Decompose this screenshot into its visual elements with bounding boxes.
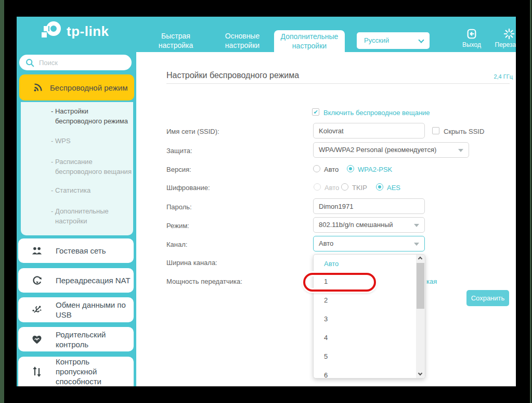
search-input[interactable] <box>39 56 126 69</box>
channel-option-2[interactable]: 2 <box>324 296 328 306</box>
save-button[interactable]: Сохранить <box>466 290 509 306</box>
top-bar: tp-link Быстрая настройка Основные настр… <box>17 17 516 52</box>
sidebar-item-usb-sharing[interactable]: Обмен данными по USB <box>18 297 134 322</box>
search-box[interactable] <box>19 55 132 70</box>
channel-dropdown-list: Авто 1 2 3 4 5 6 <box>313 254 425 379</box>
channel-option-1[interactable]: 1 <box>324 278 328 287</box>
scroll-down-icon[interactable] <box>416 370 425 378</box>
logout-button[interactable]: Выход <box>456 28 488 48</box>
submenu-schedule[interactable]: - Расписание беспроводного вещания <box>51 157 134 177</box>
main-content: Настройки беспроводного режима 2,4 ГГц ✔… <box>136 52 516 386</box>
password-label: Пароль: <box>166 203 304 211</box>
encryption-tkip-label[interactable]: TKIP <box>352 184 367 192</box>
enable-wireless-checkbox[interactable]: ✔ <box>312 108 319 116</box>
band-badge[interactable]: 2,4 ГГц <box>494 73 513 80</box>
logo-text: tp-link <box>67 23 109 40</box>
security-select[interactable]: WPA/WPA2 Personal (рекомендуется) <box>313 142 469 158</box>
usb-icon <box>18 304 56 316</box>
channel-option-3[interactable]: 3 <box>324 315 328 324</box>
logout-icon <box>466 28 477 40</box>
scroll-up-icon[interactable] <box>416 255 425 262</box>
guest-network-icon <box>18 246 56 256</box>
encryption-label: Шифрование: <box>166 184 304 192</box>
page-title: Настройки беспроводного режима <box>166 71 299 80</box>
usb-sharing-label: Обмен данными по USB <box>56 300 134 320</box>
dropdown-arrow-icon <box>458 149 463 152</box>
submenu-wps[interactable]: - WPS <box>51 136 134 146</box>
sidebar: Беспроводной режим - Настройки беспровод… <box>17 52 136 386</box>
reboot-label: Перезагр. <box>495 41 516 48</box>
channel-option-5[interactable]: 5 <box>324 352 328 362</box>
enable-wireless-label[interactable]: Включить беспроводное вещание <box>323 109 430 117</box>
reboot-button[interactable]: Перезагр. <box>491 28 516 48</box>
encryption-tkip-radio[interactable] <box>341 183 348 191</box>
wireless-icon <box>32 82 44 93</box>
channel-select[interactable]: Авто <box>313 236 425 251</box>
tp-link-logo-icon <box>41 21 62 42</box>
version-auto-label[interactable]: Авто <box>324 166 339 173</box>
encryption-aes-radio[interactable] <box>376 183 383 191</box>
channel-value: Авто <box>319 240 333 247</box>
ssid-label: Имя сети (SSID): <box>166 128 304 135</box>
ssid-input[interactable] <box>313 123 425 138</box>
sidebar-item-wireless-label: Беспроводной режим <box>50 83 127 92</box>
version-wpa2psk-label[interactable]: WPA2-PSK <box>358 166 392 173</box>
version-auto-radio[interactable] <box>313 165 320 172</box>
hide-ssid-checkbox[interactable] <box>432 127 439 134</box>
up-down-arrows-icon <box>18 366 56 377</box>
channel-option-auto[interactable]: Авто <box>324 260 339 269</box>
sidebar-item-nat-forwarding[interactable]: Переадресация NAT <box>18 268 134 293</box>
security-value: WPA/WPA2 Personal (рекомендуется) <box>319 146 436 154</box>
sidebar-item-bandwidth-control[interactable]: Контроль пропускной способности <box>18 357 134 386</box>
chevron-down-icon <box>418 37 424 43</box>
tp-link-logo: tp-link <box>41 21 109 42</box>
submenu-advanced[interactable]: - Дополнительные настройки <box>51 206 134 226</box>
transmit-power-label: Мощность передатчика: <box>166 278 304 285</box>
dropdown-scrollbar[interactable] <box>416 255 425 378</box>
title-divider <box>166 83 510 84</box>
submenu-statistics[interactable]: - Статистика <box>51 185 134 195</box>
mode-label: Режим: <box>166 222 304 230</box>
reboot-icon <box>503 28 515 40</box>
sidebar-item-parental-controls[interactable]: Родительский контроль <box>18 327 134 351</box>
channel-width-label: Ширина канала: <box>166 259 304 267</box>
channel-label: Канал: <box>166 241 304 248</box>
transmit-power-high-label-fragment[interactable]: кая <box>426 278 437 285</box>
router-admin-window: tp-link Быстрая настройка Основные настр… <box>17 17 516 386</box>
nat-forwarding-icon <box>18 275 56 286</box>
screen-edge-left <box>0 0 4 403</box>
dropdown-arrow-icon <box>414 224 419 227</box>
password-input[interactable] <box>313 198 425 214</box>
parental-controls-label: Родительский контроль <box>56 330 134 349</box>
sidebar-item-guest-network[interactable]: Гостевая сеть <box>18 238 134 263</box>
version-wpa2psk-radio[interactable] <box>347 165 354 172</box>
nat-forwarding-label: Переадресация NAT <box>56 275 134 285</box>
channel-option-4[interactable]: 4 <box>324 334 328 343</box>
hide-ssid-label[interactable]: Скрыть SSID <box>444 128 490 135</box>
guest-network-label: Гостевая сеть <box>56 246 109 256</box>
mode-select[interactable]: 802.11b/g/n смешанный <box>313 217 425 233</box>
dropdown-arrow-icon <box>414 243 419 246</box>
scrollbar-thumb[interactable] <box>417 263 424 309</box>
security-label: Защита: <box>166 147 304 155</box>
language-value: Русский <box>364 36 389 44</box>
sidebar-item-wireless[interactable]: Беспроводной режим <box>19 74 134 100</box>
tab-basic-settings[interactable]: Основные настройки <box>212 31 273 50</box>
wireless-submenu: - Настройки беспроводного режима - WPS -… <box>21 102 133 235</box>
encryption-auto-radio[interactable] <box>314 183 321 191</box>
language-select[interactable]: Русский <box>357 32 430 49</box>
submenu-wireless-settings[interactable]: - Настройки беспроводного режима <box>51 106 134 126</box>
mode-value: 802.11b/g/n смешанный <box>319 221 393 229</box>
channel-option-6[interactable]: 6 <box>324 371 328 379</box>
encryption-aes-label[interactable]: AES <box>387 184 400 192</box>
screen-edge-right <box>530 0 531 403</box>
heart-icon <box>18 334 56 345</box>
version-label: Версия: <box>166 166 304 173</box>
search-icon <box>25 58 34 67</box>
bandwidth-control-label: Контроль пропускной способности <box>56 357 134 386</box>
logout-label: Выход <box>462 41 481 48</box>
tab-advanced-settings[interactable]: Дополнительные настройки <box>274 30 345 52</box>
encryption-auto-label[interactable]: Авто <box>325 184 339 192</box>
tab-quick-setup[interactable]: Быстрая настройка <box>145 31 206 50</box>
